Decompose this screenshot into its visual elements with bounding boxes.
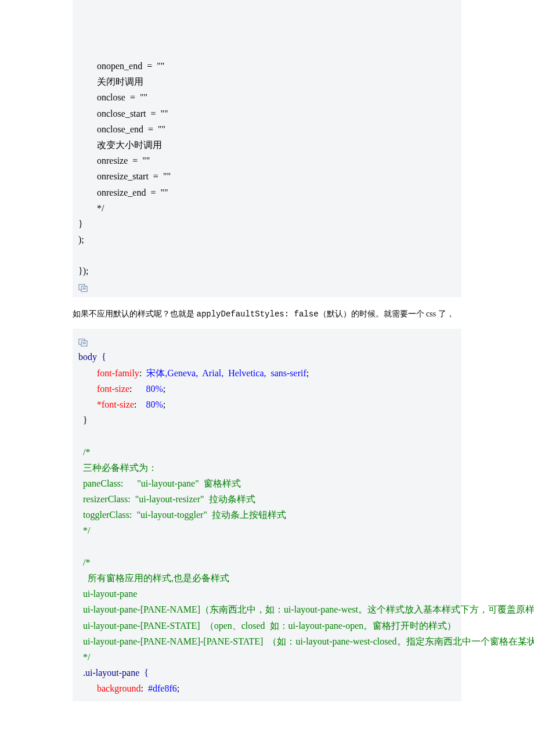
blank-line bbox=[78, 539, 456, 555]
page: onopen_end = "" 关闭时调用 onclose = "" onclo… bbox=[0, 0, 534, 756]
code-line bbox=[78, 247, 456, 263]
code-line: font-family: 宋体,Geneva, Arial, Helvetica… bbox=[78, 365, 456, 381]
code-line: onclose_end = "" bbox=[78, 121, 456, 137]
code-line: resizerClass: "ui-layout-resizer" 拉动条样式 bbox=[78, 491, 456, 507]
code-line: .ui-layout-pane { bbox=[78, 665, 456, 681]
code-line: ui-layout-pane bbox=[78, 586, 456, 602]
code-line: */ bbox=[78, 649, 456, 665]
code-line: onclose_start = "" bbox=[78, 106, 456, 121]
blank-line bbox=[78, 428, 456, 444]
code-line: body { bbox=[78, 349, 456, 365]
paragraph: 如果不应用默认的样式呢？也就是 applyDefaultStyles: fals… bbox=[73, 308, 461, 321]
code-line: onresize = "" bbox=[78, 153, 456, 168]
code-line: */ bbox=[78, 523, 456, 538]
code-line: ); bbox=[78, 232, 456, 247]
code-line: *font-size: 80%; bbox=[78, 397, 456, 412]
code-line: 三种必备样式为： bbox=[78, 460, 456, 476]
code-line: 改变大小时调用 bbox=[78, 137, 456, 153]
code-line: togglerClass: "ui-layout-toggler" 拉动条上按钮… bbox=[78, 507, 456, 523]
code-block-2: body { font-family: 宋体,Geneva, Arial, He… bbox=[73, 329, 461, 701]
code-line: } bbox=[78, 412, 456, 428]
copy-icon[interactable] bbox=[78, 339, 89, 347]
code-block-1: onopen_end = "" 关闭时调用 onclose = "" onclo… bbox=[73, 0, 461, 297]
code-line: paneClass: "ui-layout-pane" 窗格样式 bbox=[78, 476, 456, 491]
code-line: ui-layout-pane-[PANE-NAME]-[PANE-STATE] … bbox=[78, 633, 456, 649]
code-line: }); bbox=[78, 263, 456, 279]
copy-icon[interactable] bbox=[78, 284, 89, 292]
code-line: onclose = "" bbox=[78, 89, 456, 105]
code-line: 关闭时调用 bbox=[78, 74, 456, 89]
code-line: onresize_start = "" bbox=[78, 168, 456, 184]
code-line: font-size: 80%; bbox=[78, 381, 456, 397]
code-line: onresize_end = "" bbox=[78, 185, 456, 200]
text: （默认）的时候。就需要一个 css 了， bbox=[319, 309, 454, 318]
code-line: background: #dfe8f6; bbox=[78, 681, 456, 696]
code-line: ui-layout-pane-[PANE-STATE] （open、closed… bbox=[78, 618, 456, 633]
code-line: /* bbox=[78, 555, 456, 570]
text: 如果不应用默认的样式呢？也就是 bbox=[73, 309, 197, 318]
code-line: } bbox=[78, 216, 456, 232]
code-line: onopen_end = "" bbox=[78, 58, 456, 74]
code-line: */ bbox=[78, 200, 456, 216]
code-line: ui-layout-pane-[PANE-NAME]（东南西北中，如：ui-la… bbox=[78, 602, 456, 617]
code-line: /* bbox=[78, 444, 456, 460]
inline-code: applyDefaultStyles: false bbox=[197, 309, 319, 319]
code-line: 所有窗格应用的样式,也是必备样式 bbox=[78, 570, 456, 586]
